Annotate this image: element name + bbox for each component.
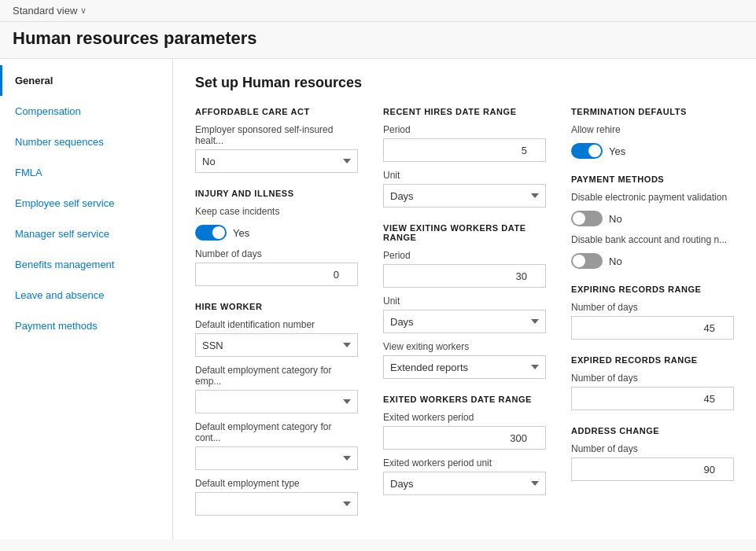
view-exiting-header: VIEW EXITING WORKERS DATE RANGE [383, 223, 546, 242]
sidebar-item-fmla[interactable]: FMLA [0, 157, 172, 188]
column-2: RECENT HIRES DATE RANGE Period Unit Days… [383, 107, 546, 516]
disable-bank-toggle[interactable] [571, 253, 603, 269]
recent-hires-header: RECENT HIRES DATE RANGE [383, 107, 546, 116]
disable-electronic-toggle[interactable] [571, 211, 603, 226]
exited-workers-header: EXITED WORKERS DATE RANGE [383, 395, 546, 404]
sidebar-item-number-sequences[interactable]: Number sequences [0, 127, 172, 157]
exited-period-unit-select[interactable]: Days Weeks Months [383, 472, 546, 495]
disable-electronic-label: Disable electronic payment validation [571, 192, 734, 203]
default-id-select[interactable]: SSN [195, 333, 358, 357]
expired-records-header: EXPIRED RECORDS RANGE [571, 355, 734, 365]
top-bar: Standard view ∨ [0, 0, 756, 22]
view-exiting-unit-select[interactable]: Days Weeks Months [383, 310, 546, 333]
main-content: Set up Human resources AFFORDABLE CARE A… [173, 59, 756, 539]
address-num-days-input[interactable] [571, 457, 734, 481]
employer-label: Employer sponsored self-insured healt... [195, 124, 358, 146]
allow-rehire-value: Yes [609, 145, 625, 157]
expired-num-days-input[interactable] [571, 387, 734, 410]
injury-illness-header: INJURY AND ILLNESS [195, 189, 358, 198]
recent-unit-select[interactable]: Days Weeks Months [383, 184, 546, 208]
chevron-down-icon: ∨ [80, 6, 87, 16]
view-exiting-period-input[interactable] [383, 264, 546, 288]
recent-period-input[interactable] [383, 138, 546, 162]
exited-period-label: Exited workers period [383, 412, 546, 423]
column-1: AFFORDABLE CARE ACT Employer sponsored s… [195, 107, 358, 516]
keep-case-value: Yes [233, 227, 249, 239]
sidebar-item-payment-methods[interactable]: Payment methods [0, 310, 172, 341]
view-exiting-workers-select[interactable]: Extended reports Direct reports [383, 355, 546, 379]
page-title: Human resources parameters [0, 22, 756, 59]
standard-view-label[interactable]: Standard view [13, 5, 77, 17]
payment-methods-header: PAYMENT METHODS [571, 174, 734, 184]
default-id-label: Default identification number [195, 319, 358, 330]
hire-worker-header: HIRE WORKER [195, 302, 358, 311]
sidebar: General Compensation Number sequences FM… [0, 59, 173, 539]
allow-rehire-label: Allow rehire [571, 124, 734, 135]
view-exiting-unit-label: Unit [383, 296, 546, 307]
column-3: TERMINATION DEFAULTS Allow rehire Yes PA… [571, 107, 734, 516]
disable-bank-value: No [609, 255, 622, 267]
default-emp-cat-emp-label: Default employment category for emp... [195, 365, 358, 387]
exited-period-input[interactable] [383, 426, 546, 450]
sidebar-item-compensation[interactable]: Compensation [0, 96, 172, 127]
disable-bank-label: Disable bank account and routing n... [571, 234, 734, 245]
view-exiting-workers-label: View exiting workers [383, 341, 546, 352]
injury-num-days-input[interactable] [195, 263, 358, 286]
affordable-care-act-header: AFFORDABLE CARE ACT [195, 107, 358, 116]
expired-num-days-label: Number of days [571, 373, 734, 384]
disable-electronic-value: No [609, 213, 622, 225]
keep-case-label: Keep case incidents [195, 206, 358, 217]
default-emp-type-label: Default employment type [195, 478, 358, 489]
section-title: Set up Human resources [195, 75, 734, 91]
view-exiting-period-label: Period [383, 250, 546, 261]
default-emp-cat-emp-select[interactable] [195, 390, 358, 413]
default-emp-cat-cont-label: Default employment category for cont... [195, 421, 358, 443]
keep-case-toggle[interactable] [195, 225, 227, 241]
default-emp-type-select[interactable] [195, 492, 358, 516]
exited-period-unit-label: Exited workers period unit [383, 457, 546, 468]
termination-defaults-header: TERMINATION DEFAULTS [571, 107, 734, 116]
address-change-header: ADDRESS CHANGE [571, 426, 734, 435]
sidebar-item-benefits-management[interactable]: Benefits management [0, 249, 172, 280]
address-num-days-label: Number of days [571, 443, 734, 454]
expiring-num-days-input[interactable] [571, 316, 734, 340]
default-emp-cat-cont-select[interactable] [195, 446, 358, 470]
allow-rehire-toggle[interactable] [571, 143, 603, 159]
recent-unit-label: Unit [383, 170, 546, 181]
sidebar-item-manager-self-service[interactable]: Manager self service [0, 219, 172, 249]
recent-period-label: Period [383, 124, 546, 135]
employer-select[interactable]: No Yes [195, 149, 358, 173]
sidebar-item-employee-self-service[interactable]: Employee self service [0, 188, 172, 219]
sidebar-item-leave-and-absence[interactable]: Leave and absence [0, 280, 172, 310]
expiring-records-header: EXPIRING RECORDS RANGE [571, 285, 734, 294]
sidebar-item-general[interactable]: General [0, 65, 172, 96]
expiring-num-days-label: Number of days [571, 302, 734, 313]
injury-num-days-label: Number of days [195, 248, 358, 259]
